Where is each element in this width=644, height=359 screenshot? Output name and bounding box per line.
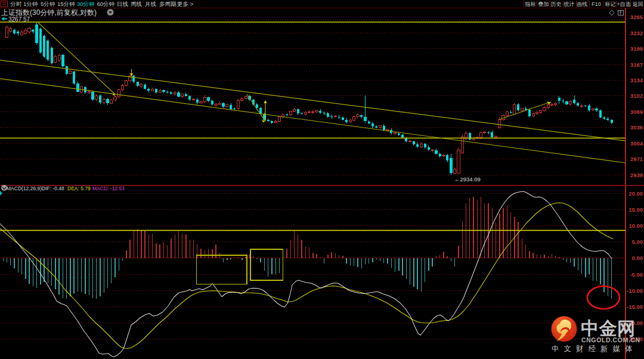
svg-text:DEA: 5.79: DEA: 5.79	[67, 185, 91, 191]
svg-text:MACD: -12.53: MACD: -12.53	[92, 185, 125, 191]
svg-text:5.00: 5.00	[632, 239, 643, 245]
svg-text:月线: 月线	[145, 1, 157, 7]
svg-text:中文财经新媒体: 中文财经新媒体	[552, 345, 637, 353]
svg-text:MACD(12,26,9): MACD(12,26,9)	[7, 185, 42, 191]
svg-text:画线: 画线	[577, 1, 587, 7]
svg-text:历史: 历史	[551, 1, 562, 7]
svg-text:10.00: 10.00	[628, 222, 643, 229]
svg-text:周线: 周线	[131, 1, 143, 7]
svg-text:3004: 3004	[630, 140, 643, 147]
svg-text:3199: 3199	[630, 45, 643, 52]
svg-text:-5.00: -5.00	[630, 271, 643, 278]
svg-text:3036: 3036	[630, 124, 643, 131]
svg-text:30分钟: 30分钟	[77, 1, 95, 7]
svg-text:5分钟: 5分钟	[41, 1, 55, 7]
svg-text:0.00: 0.00	[632, 255, 643, 261]
svg-text:2939: 2939	[630, 172, 643, 178]
svg-text:60分钟: 60分钟	[97, 1, 115, 7]
svg-text:←2934.09: ←2934.09	[454, 176, 481, 182]
svg-text:返回: 返回	[633, 1, 643, 7]
svg-text:上证指数(30分钟,前复权,对数): 上证指数(30分钟,前复权,对数)	[1, 8, 97, 17]
svg-text:3069: 3069	[630, 109, 643, 115]
svg-text:3167: 3167	[630, 61, 643, 68]
svg-text:15分钟: 15分钟	[57, 1, 75, 7]
svg-text:指标: 指标	[525, 1, 536, 7]
svg-text:CNGOLD.COM.CN: CNGOLD.COM.CN	[581, 336, 640, 343]
svg-text:15.00: 15.00	[628, 206, 643, 213]
svg-text:3265: 3265	[630, 14, 643, 20]
svg-text:标记: 标记	[605, 1, 616, 7]
svg-text:3232: 3232	[630, 30, 643, 36]
svg-text:20.00: 20.00	[628, 190, 643, 197]
svg-text:多周期: 多周期	[159, 1, 177, 7]
svg-text:分时: 分时	[10, 1, 23, 7]
svg-text:3102: 3102	[630, 92, 643, 99]
svg-text:2971: 2971	[630, 156, 643, 162]
svg-text:更多 >: 更多 >	[177, 1, 194, 7]
svg-text:1分钟: 1分钟	[23, 1, 38, 7]
svg-text:叠加: 叠加	[538, 1, 549, 7]
svg-text:-15.00: -15.00	[627, 304, 643, 310]
svg-text:中金网: 中金网	[581, 318, 636, 338]
svg-text:+自选: +自选	[617, 1, 630, 7]
svg-text:F10: F10	[592, 1, 601, 7]
svg-text:3134: 3134	[630, 77, 643, 83]
svg-text:-10.00: -10.00	[627, 287, 643, 294]
svg-text:DIF: -0.48: DIF: -0.48	[42, 185, 64, 191]
svg-text:日线: 日线	[117, 1, 129, 7]
svg-text:统计: 统计	[564, 1, 575, 7]
